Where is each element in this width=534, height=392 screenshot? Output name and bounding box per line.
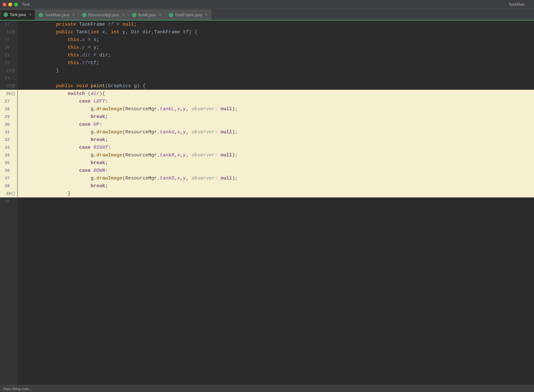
line-number-32: 32: [0, 138, 10, 142]
fold-icon-23[interactable]: −: [12, 69, 15, 72]
status-bar: https://blog.csdn...: [0, 385, 534, 392]
gutter-icon-27: [10, 99, 15, 104]
gutter-row-29: 29: [0, 113, 17, 121]
line-number-37: 37: [0, 176, 10, 181]
gutter-row-34: 34: [0, 151, 17, 159]
window-title: Tank: [22, 2, 30, 7]
tab-tankframe-java[interactable]: TankFrame.java ✕: [165, 10, 211, 20]
java-icon: [4, 13, 8, 17]
gutter-icon-29: [10, 114, 15, 119]
java-icon-resourcemgr: [82, 13, 86, 17]
status-text: https://blog.csdn...: [3, 387, 32, 391]
gutter-row-40: 40: [0, 197, 17, 205]
gutter-row-26: 26 −: [0, 90, 17, 97]
editor-area: 17 18 − 19 20 21 22 23 −: [0, 21, 534, 392]
line-number-35: 35: [0, 161, 10, 165]
fold-icon-25[interactable]: −: [12, 84, 15, 88]
java-icon-tankframe: [169, 13, 173, 17]
fold-icon-39[interactable]: −: [12, 192, 15, 195]
line-number-34: 34: [0, 153, 10, 158]
gutter-icon-31: [10, 130, 15, 134]
tab-bullet-java[interactable]: Bullet.java ✕: [128, 10, 165, 20]
tab-label: Tank.java: [10, 13, 26, 17]
gutter-row-22: 22: [0, 59, 17, 67]
line-number-39: 39: [1, 191, 11, 196]
code-line-40: [18, 197, 534, 205]
line-number-18: 18: [1, 30, 11, 35]
line-number-17: 17: [0, 22, 10, 27]
gutter-row-25: 25 −: [0, 82, 17, 90]
gutter-icon-30: [10, 122, 15, 127]
gutter-row-36: 36: [0, 167, 17, 174]
window-subtitle: TankMain: [509, 2, 525, 7]
line-number-25: 25: [1, 84, 11, 88]
maximize-button[interactable]: [14, 3, 18, 6]
gutter-row-28: 28: [0, 105, 17, 113]
gutter-icon-24: [10, 76, 15, 80]
tab-label-bullet: Bullet.java: [138, 13, 156, 17]
gutter-icon-37: [10, 176, 15, 180]
line-number-40: 40: [0, 199, 10, 204]
minimize-button[interactable]: [8, 3, 12, 6]
line-number-26: 26: [1, 91, 11, 96]
gutter-icon-22: [10, 61, 15, 65]
code-text-40: [21, 193, 47, 210]
tab-close-resourcemgr[interactable]: ✕: [122, 13, 125, 17]
gutter-icon-38: [10, 184, 15, 188]
java-icon-bullet: [132, 13, 136, 17]
gutter-row-39: 39 −: [0, 190, 17, 197]
gutter-icon-17: [10, 22, 15, 27]
fold-icon-26[interactable]: −: [12, 92, 15, 95]
gutter-row-20: 20: [0, 44, 17, 51]
close-button[interactable]: [3, 3, 6, 6]
gutter-row-33: 33: [0, 144, 17, 151]
window-controls[interactable]: [3, 3, 18, 6]
line-number-31: 31: [0, 130, 10, 135]
tab-tank-java[interactable]: Tank.java ✕: [0, 10, 35, 20]
line-number-21: 21: [0, 53, 10, 58]
gutter-row-17: 17: [0, 21, 17, 28]
line-number-30: 30: [0, 122, 10, 127]
tab-close-tankframe[interactable]: ✕: [205, 13, 208, 17]
code-line-22: this.tf=tf;: [18, 59, 534, 67]
gutter-icon-20: [10, 45, 15, 50]
tab-close-tankmain[interactable]: ✕: [72, 13, 75, 17]
gutter-row-38: 38: [0, 182, 17, 190]
gutter-row-31: 31: [0, 128, 17, 136]
tab-label-resourcemgr: ResourceMgr.java: [88, 13, 119, 17]
gutter-row-19: 19: [0, 36, 17, 44]
code-line-38: break;: [18, 182, 534, 190]
line-number-38: 38: [0, 184, 10, 188]
tab-label-tankmain: TankMain.java: [45, 13, 70, 17]
gutter-icon-36: [10, 168, 15, 173]
line-number-33: 33: [0, 145, 10, 150]
tab-close-tank[interactable]: ✕: [29, 13, 32, 17]
line-number-36: 36: [0, 168, 10, 173]
fold-icon-18[interactable]: −: [12, 30, 15, 34]
tab-label-tankframe: TankFrame.java: [175, 13, 202, 17]
tab-tankmain-java[interactable]: TankMain.java ✕: [35, 10, 79, 20]
gutter-icon-40: [10, 199, 15, 204]
line-number-23: 23: [1, 68, 11, 73]
line-number-22: 22: [0, 61, 10, 65]
code-text-23: }: [21, 63, 59, 79]
tab-resourcemgr-java[interactable]: ResourceMgr.java ✕: [78, 10, 128, 20]
gutter-row-35: 35: [0, 159, 17, 167]
title-bar: Tank TankMain: [0, 0, 534, 9]
code-area[interactable]: private TankFrame tf = null; public Tank…: [18, 21, 534, 392]
line-number-27: 27: [0, 99, 10, 104]
line-number-28: 28: [0, 107, 10, 112]
gutter-icon-28: [10, 107, 15, 111]
gutter-row-24: 24: [0, 74, 17, 82]
gutter-icon-21: [10, 53, 15, 57]
tab-bar: Tank.java ✕ TankMain.java ✕ ResourceMgr.…: [0, 9, 534, 21]
gutter-row-30: 30: [0, 121, 17, 128]
gutter-icon-19: [10, 38, 15, 42]
gutter-icon-33: [10, 145, 15, 150]
tab-close-bullet[interactable]: ✕: [159, 13, 162, 17]
gutter-icon-32: [10, 138, 15, 142]
gutter-row-37: 37: [0, 174, 17, 182]
line-number-24: 24: [0, 76, 10, 81]
line-number-20: 20: [0, 45, 10, 50]
gutter-icon-34: [10, 153, 15, 157]
